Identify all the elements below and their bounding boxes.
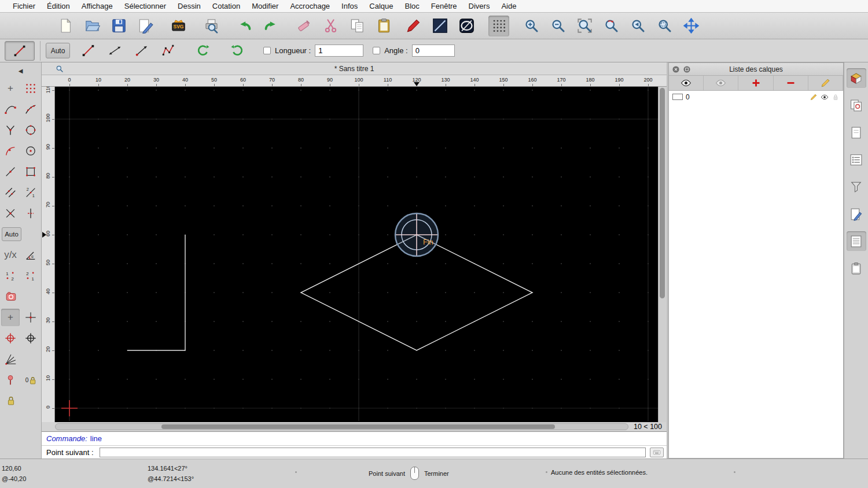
snap-on-entity-button[interactable] — [21, 101, 40, 118]
redo-button[interactable] — [260, 16, 281, 36]
exclusive-snap-mode-button[interactable] — [2, 288, 20, 305]
circle-attributes-button[interactable] — [456, 16, 477, 36]
document-titlebar[interactable]: * Sans titre 1 — [42, 62, 667, 75]
menu-calque[interactable]: Calque — [363, 2, 399, 10]
snap-center-button[interactable] — [1, 121, 20, 139]
library-browser-dock-button[interactable] — [847, 68, 866, 88]
layer-list-dock-button[interactable] — [847, 150, 866, 169]
command-history-dock-button[interactable] — [847, 231, 866, 251]
angle-guides-button[interactable] — [2, 350, 20, 368]
menu-cotation[interactable]: Cotation — [207, 2, 246, 10]
snap-tangent-button[interactable] — [1, 142, 20, 160]
menu-divers[interactable]: Divers — [463, 2, 496, 10]
zoom-previous-button[interactable] — [627, 16, 648, 36]
zoom-auto-button[interactable] — [574, 16, 595, 36]
layer-edit-icon[interactable] — [810, 93, 818, 101]
current-tool-indicator[interactable] — [5, 41, 35, 61]
menu-fichier[interactable]: Fichier — [7, 2, 41, 10]
snap-corner-button[interactable] — [21, 163, 40, 180]
copy-button[interactable] — [347, 16, 367, 36]
line-tool-button[interactable] — [78, 41, 98, 61]
save-as-button[interactable] — [135, 16, 156, 36]
pen-attributes-button[interactable] — [403, 16, 424, 36]
undo-button[interactable] — [234, 16, 255, 36]
new-file-button[interactable] — [55, 16, 76, 36]
palette-collapse-button[interactable]: ◀ — [3, 66, 38, 75]
zoom-pan-button[interactable] — [681, 16, 701, 36]
drawing-canvas[interactable]: Fin — [55, 87, 658, 422]
redo-step-tool-button[interactable] — [227, 41, 247, 61]
zoom-in-button[interactable] — [521, 16, 542, 36]
menu-bloc[interactable]: Bloc — [399, 2, 425, 10]
coords-polar-button[interactable]: α — [21, 246, 40, 264]
block-list-dock-button[interactable] — [847, 95, 866, 115]
ray-tool-button[interactable] — [131, 41, 151, 61]
menu-accrochage[interactable]: Accrochage — [284, 2, 336, 10]
snap-restrict-ortho-button[interactable] — [21, 205, 40, 222]
line-attributes-button[interactable] — [429, 16, 450, 36]
snap-lock-button[interactable] — [2, 392, 20, 409]
polyline-tool-button[interactable] — [158, 41, 178, 61]
horizontal-scrollbar-thumb[interactable] — [161, 424, 555, 429]
layer-visibility-icon[interactable] — [821, 93, 829, 101]
menu-affichage[interactable]: Affichage — [76, 2, 119, 10]
hide-all-layers-button[interactable] — [704, 76, 738, 90]
zoom-out-button[interactable] — [547, 16, 568, 36]
clipboard-panel-dock-button[interactable] — [847, 258, 866, 278]
zoom-window-button[interactable] — [654, 16, 675, 36]
vertical-scrollbar-thumb[interactable] — [660, 88, 665, 298]
crosshair-snap-button[interactable] — [21, 309, 40, 326]
ratio-2-1-button[interactable]: 21 — [21, 267, 40, 284]
coords-cartesian-button[interactable]: y/x — [1, 246, 20, 264]
snap-parallel-button[interactable] — [1, 184, 20, 201]
zoom-redraw-button[interactable] — [601, 16, 621, 36]
length-input[interactable] — [315, 45, 363, 57]
keyboard-toggle-button[interactable] — [650, 448, 664, 457]
delete-button[interactable] — [293, 16, 314, 36]
lock-relative-zero-button[interactable]: 0 — [21, 371, 40, 389]
open-file-button[interactable] — [82, 16, 102, 36]
snap-free-button[interactable]: + — [1, 80, 20, 97]
panel-float-button[interactable] — [683, 65, 691, 73]
menu-aide[interactable]: Aide — [495, 2, 522, 10]
snap-auto-dropdown[interactable]: Auto — [46, 43, 70, 58]
panel-close-button[interactable] — [672, 65, 680, 73]
menu-fenetre[interactable]: Fenêtre — [425, 2, 463, 10]
snap-middle-button[interactable] — [1, 163, 20, 180]
snap-endpoint-button[interactable] — [1, 101, 20, 118]
command-input[interactable] — [100, 448, 646, 457]
pen-wizard-dock-button[interactable] — [847, 204, 866, 224]
horizontal-scrollbar[interactable] — [55, 423, 628, 430]
menu-dessin[interactable]: Dessin — [172, 2, 207, 10]
remove-layer-button[interactable] — [774, 76, 808, 90]
relative-zero-marker-button[interactable] — [1, 330, 20, 347]
length-checkbox[interactable] — [263, 47, 271, 54]
undo-step-tool-button[interactable] — [193, 41, 212, 61]
layer-lock-icon[interactable] — [832, 93, 840, 101]
vertical-scrollbar[interactable] — [658, 87, 666, 422]
print-preview-button[interactable] — [201, 16, 222, 36]
snap-intersection-button[interactable] — [1, 205, 20, 222]
svg-export-button[interactable]: SVG — [168, 16, 189, 36]
cut-button[interactable] — [320, 16, 341, 36]
menu-infos[interactable]: Infos — [336, 2, 363, 10]
paste-button[interactable] — [373, 16, 394, 36]
snap-auto-button[interactable]: Auto — [2, 227, 21, 241]
snap-divide-button[interactable]: 21 — [21, 184, 40, 201]
edit-layer-button[interactable] — [808, 76, 843, 90]
absolute-zero-marker-button[interactable] — [21, 330, 40, 347]
grid-snap-indicator-button[interactable]: + — [1, 309, 20, 326]
snap-quadrant-button[interactable] — [21, 121, 40, 139]
snap-grid-button[interactable] — [21, 80, 40, 97]
angle-checkbox[interactable] — [373, 47, 380, 54]
menu-selectionner[interactable]: Sélectionner — [119, 2, 172, 10]
snap-circle-center-button[interactable] — [21, 142, 40, 160]
ratio-1-2-button[interactable]: 12 — [1, 267, 20, 284]
set-relative-zero-button[interactable] — [1, 371, 20, 389]
plugin-panel-dock-button[interactable] — [847, 123, 866, 142]
entity-filter-dock-button[interactable] — [847, 177, 866, 197]
add-layer-button[interactable] — [738, 76, 773, 90]
grid-toggle-button[interactable] — [488, 16, 509, 36]
angle-input[interactable] — [412, 45, 455, 57]
line-two-points-tool-button[interactable] — [105, 41, 124, 61]
